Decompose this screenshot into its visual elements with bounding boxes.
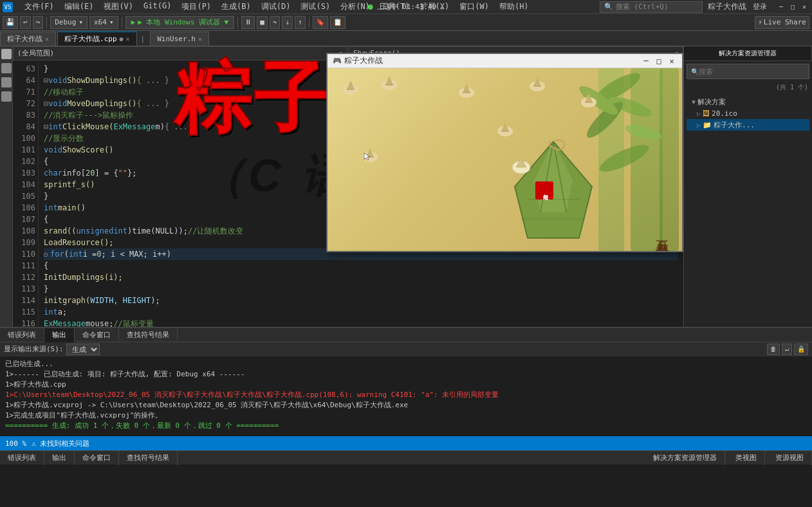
- tab-main-project[interactable]: 粽子大作战 ✕: [0, 32, 56, 46]
- tree-item-ico[interactable]: ▷ 🖼 20.ico: [687, 107, 809, 119]
- menu-debug[interactable]: 调试(D): [256, 0, 296, 14]
- sep2: [122, 17, 122, 28]
- game-maximize-button[interactable]: □: [654, 56, 664, 66]
- menu-test[interactable]: 测试(S): [295, 0, 335, 14]
- pause-button[interactable]: ⏸: [241, 16, 255, 29]
- output-word-wrap-button[interactable]: ↵: [782, 344, 792, 355]
- output-line-0: 已启动生成...: [5, 359, 807, 369]
- scope-left-label: (全局范围): [17, 48, 54, 58]
- global-scope-dropdown[interactable]: (全局范围) ▾: [13, 46, 347, 60]
- menu-build[interactable]: 生成(B): [216, 0, 256, 14]
- tab-solution-explorer[interactable]: 解决方案资源管理器: [684, 46, 812, 60]
- search-placeholder: 搜索 (Ctrl+Q): [616, 2, 669, 12]
- menu-window[interactable]: 窗口(W): [454, 0, 494, 14]
- step-over-button[interactable]: ↷: [270, 16, 281, 29]
- debug-sidebar-icon[interactable]: [1, 91, 12, 102]
- output-source-label: 显示输出来源(S):: [4, 344, 64, 354]
- tab-label: 粽子大作战: [7, 34, 42, 44]
- sep4: [309, 17, 309, 28]
- redo-button[interactable]: ↪: [33, 16, 44, 29]
- dumpling-2: [379, 73, 400, 91]
- files-icon[interactable]: [1, 49, 12, 59]
- config-dropdown[interactable]: Debug ▾: [50, 16, 88, 29]
- minimize-button[interactable]: ─: [776, 2, 786, 12]
- platform-label: x64: [94, 18, 107, 26]
- code-panel: (全局范围) ▾ ShowScore() ▾ 63 64 71 72 83 84…: [13, 46, 683, 327]
- game-minimize-button[interactable]: ─: [641, 56, 651, 66]
- menu-file[interactable]: 文件(F): [19, 0, 59, 14]
- tab-errors[interactable]: 错误列表: [0, 328, 44, 342]
- game-window-title: 粽子大作战: [344, 55, 640, 66]
- menu-items: 文件(F) 编辑(E) 视图(V) Git(G) 项目(P) 生成(B) 调试(…: [19, 0, 598, 14]
- tree-item-project[interactable]: ▷ 📁 粽子大作...: [687, 119, 809, 131]
- dumpling-3: [456, 81, 477, 99]
- warning-status: ⚠ 未找到相关问题: [32, 439, 89, 448]
- step-out-button[interactable]: ↑: [295, 16, 306, 29]
- stop-button[interactable]: ■: [257, 16, 268, 29]
- undo-button[interactable]: ↩: [20, 16, 31, 29]
- tab-find[interactable]: 查找符号结果: [119, 328, 178, 342]
- live-share-button[interactable]: ⚡ Live Share: [755, 16, 809, 29]
- tab-output[interactable]: 输出: [44, 328, 75, 342]
- status-expand-icon[interactable]: ▲: [440, 3, 444, 10]
- seal-stamp: 端午: [535, 181, 553, 199]
- tab-label: 粽子大作战.cpp: [64, 34, 117, 44]
- output-line-1: 1>------ 已启动生成: 项目: 粽子大作战, 配置: Debug x64…: [5, 369, 807, 380]
- bottom-tab-find[interactable]: 查找符号结果: [119, 451, 178, 465]
- tab-winuser[interactable]: WinUser.h ✕: [150, 32, 209, 46]
- solution-search-box[interactable]: 🔍: [687, 64, 809, 79]
- bottom-tab-solution[interactable]: 解决方案资源管理器: [645, 451, 725, 465]
- code-line-113: }: [44, 283, 678, 295]
- bottom-tabs: 错误列表 输出 命令窗口 查找符号结果 解决方案资源管理器 类视图 资源视图: [0, 450, 812, 465]
- dumpling-5: [578, 91, 599, 109]
- output-scroll-lock-button[interactable]: 🔒: [794, 344, 808, 355]
- platform-dropdown[interactable]: x64 ▾: [89, 16, 118, 29]
- copy-button[interactable]: 📋: [330, 16, 346, 29]
- tab-close-cpp-icon[interactable]: ✕: [126, 35, 130, 42]
- menu-edit[interactable]: 编辑(E): [59, 0, 99, 14]
- status-dot: [368, 5, 373, 10]
- tab-close-winuser-icon[interactable]: ✕: [198, 35, 202, 42]
- config-label: Debug: [55, 18, 76, 26]
- login-button[interactable]: 登录: [749, 2, 771, 12]
- search-result-count: (共 1 个): [684, 82, 812, 93]
- maximize-button[interactable]: □: [788, 2, 798, 12]
- tab-winuser-label: WinUser.h: [157, 35, 196, 43]
- bottom-tab-output[interactable]: 输出: [44, 451, 75, 465]
- tree-expand-icon: ▼: [692, 98, 696, 106]
- menu-view[interactable]: 视图(V): [98, 0, 138, 14]
- search-sidebar-icon[interactable]: [1, 63, 12, 73]
- bookmark-button[interactable]: 🔖: [313, 16, 328, 29]
- output-line-2: 1>粽子大作战.cpp: [5, 380, 807, 390]
- chevron-icon2: ▾: [109, 18, 114, 26]
- game-window[interactable]: 🎮 粽子大作战 ─ □ ✕: [326, 53, 683, 252]
- game-close-button[interactable]: ✕: [667, 56, 677, 66]
- save-button[interactable]: 💾: [3, 16, 18, 29]
- tree-item-solution[interactable]: ▼ 解决方案: [687, 96, 809, 107]
- sep3: [237, 17, 238, 28]
- menu-help[interactable]: 帮助(H): [494, 0, 534, 14]
- close-button[interactable]: ✕: [799, 2, 809, 12]
- bottom-tab-errors[interactable]: 错误列表: [0, 451, 44, 465]
- svg-point-3: [623, 122, 664, 143]
- menu-project[interactable]: 项目(P): [176, 0, 216, 14]
- output-line-3: 1>C:\Users\team\Desktop\2022_06_05 消灭粽子\…: [5, 390, 807, 400]
- menu-bar: VS 文件(F) 编辑(E) 视图(V) Git(G) 项目(P) 生成(B) …: [0, 0, 812, 14]
- chevron-icon: ▾: [78, 18, 83, 26]
- tab-command[interactable]: 命令窗口: [75, 328, 119, 342]
- tab-cpp-file[interactable]: 粽子大作战.cpp ● ✕: [57, 32, 137, 46]
- run-button[interactable]: ▶ ▶ 本地 Windows 调试器 ▼: [125, 16, 235, 29]
- bottom-tab-resource[interactable]: 资源视图: [768, 451, 812, 465]
- output-line-6: ========== 生成: 成功 1 个，失败 0 个，最新 0 个，跳过 0…: [5, 421, 807, 431]
- menu-git[interactable]: Git(G): [138, 0, 176, 14]
- search-box[interactable]: 🔍 搜索 (Ctrl+Q): [600, 1, 703, 13]
- bottom-tab-class[interactable]: 类视图: [728, 451, 765, 465]
- tab-close-icon[interactable]: ✕: [45, 35, 49, 42]
- output-source-select[interactable]: 生成: [66, 344, 100, 355]
- output-clear-button[interactable]: 🗑: [767, 344, 780, 355]
- step-into-button[interactable]: ↓: [282, 16, 293, 29]
- tabs-row: 粽子大作战 ✕ 粽子大作战.cpp ● ✕ | WinUser.h ✕: [0, 31, 812, 46]
- git-icon[interactable]: [1, 77, 12, 88]
- solution-search-input[interactable]: [699, 68, 805, 75]
- bottom-tab-terminal[interactable]: 命令窗口: [75, 451, 119, 465]
